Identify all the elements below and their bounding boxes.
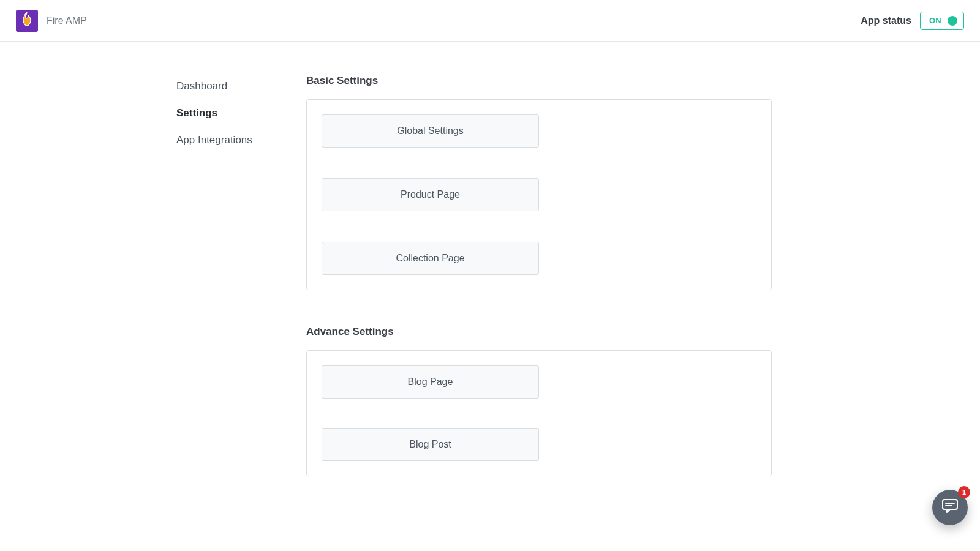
basic-settings-title: Basic Settings: [306, 75, 772, 87]
card-blog-page[interactable]: Blog Page: [322, 365, 539, 399]
basic-settings-panel: Global Settings Product Page Collection …: [306, 99, 772, 290]
status-area: App status ON: [861, 12, 964, 30]
card-collection-page[interactable]: Collection Page: [322, 242, 539, 275]
chat-icon: [942, 499, 958, 516]
app-header: Fire AMP App status ON: [0, 0, 980, 42]
sidebar-nav: Dashboard Settings App Integrations: [0, 75, 306, 512]
chat-badge: 1: [958, 486, 970, 498]
app-logo: [16, 10, 38, 32]
status-toggle-text: ON: [929, 16, 941, 25]
advance-settings-panel: Blog Page Blog Post: [306, 350, 772, 476]
status-label: App status: [861, 15, 911, 26]
flame-icon: [21, 12, 33, 29]
app-name: Fire AMP: [47, 15, 87, 26]
status-dot-icon: [948, 16, 957, 26]
sidebar-item-settings[interactable]: Settings: [176, 102, 306, 125]
advance-settings-title: Advance Settings: [306, 326, 772, 338]
card-product-page[interactable]: Product Page: [322, 178, 539, 211]
card-global-settings[interactable]: Global Settings: [322, 114, 539, 148]
chat-launcher[interactable]: 1: [932, 490, 968, 525]
card-blog-post[interactable]: Blog Post: [322, 428, 539, 461]
sidebar-item-app-integrations[interactable]: App Integrations: [176, 129, 306, 152]
main-content: Basic Settings Global Settings Product P…: [306, 75, 809, 512]
page-body: Dashboard Settings App Integrations Basi…: [0, 42, 980, 512]
svg-rect-0: [943, 500, 957, 509]
brand: Fire AMP: [16, 10, 87, 32]
sidebar-item-dashboard[interactable]: Dashboard: [176, 75, 306, 98]
status-toggle[interactable]: ON: [920, 12, 964, 30]
